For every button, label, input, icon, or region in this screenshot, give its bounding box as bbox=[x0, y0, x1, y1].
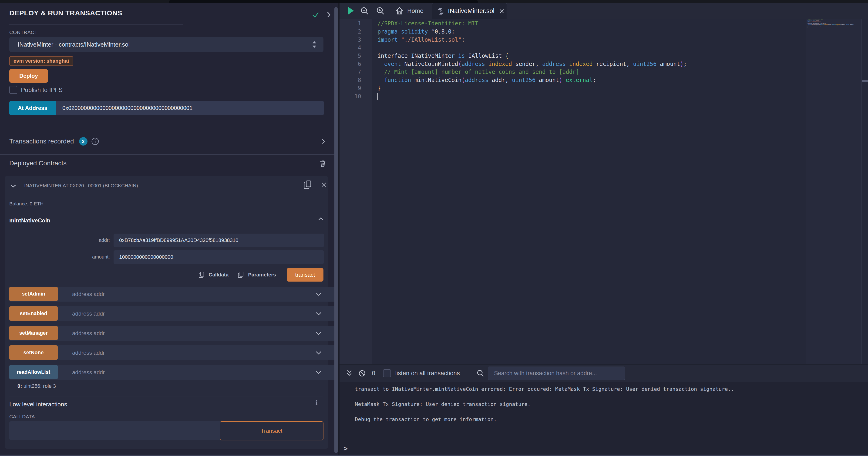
deploy-button[interactable]: Deploy bbox=[9, 69, 48, 83]
function-setEnabled-expand-chevron-icon[interactable] bbox=[315, 310, 322, 317]
line-number: 3 bbox=[340, 36, 367, 43]
contract-select[interactable]: INativeMinter - contracts/INativeMinter.… bbox=[9, 37, 323, 52]
function-setAdmin-button[interactable]: setAdmin bbox=[9, 287, 58, 301]
code-line-2[interactable]: 2pragma solidity ^0.8.0; bbox=[340, 28, 687, 36]
function-setNone-args-input[interactable] bbox=[9, 345, 378, 360]
code-text: pragma solidity ^0.8.0; bbox=[367, 28, 455, 35]
terminal-toolbar: 0 listen on all transactions bbox=[340, 364, 868, 382]
addr-field-label: addr: bbox=[63, 237, 110, 243]
tab-home[interactable]: Home bbox=[395, 6, 423, 15]
instance-balance: Balance: 0 ETH bbox=[9, 201, 43, 206]
clear-instances-trash-icon[interactable] bbox=[319, 160, 326, 167]
terminal-prompt[interactable]: > bbox=[343, 444, 348, 453]
text-cursor bbox=[377, 93, 378, 100]
contract-select-value: INativeMinter - contracts/INativeMinter.… bbox=[9, 41, 311, 48]
line-number: 10 bbox=[340, 93, 367, 100]
line-number: 7 bbox=[340, 69, 367, 75]
transact-button[interactable]: transact bbox=[287, 268, 323, 282]
function-setAdmin-expand-chevron-icon[interactable] bbox=[315, 291, 322, 297]
transactions-info-icon[interactable] bbox=[91, 137, 99, 145]
editor-tab-bar: Home INativeMinter.sol bbox=[340, 3, 868, 19]
listen-transactions-checkbox[interactable] bbox=[383, 369, 391, 377]
panel-title: DEPLOY & RUN TRANSACTIONS bbox=[9, 9, 122, 17]
low-level-title: Low level interactions bbox=[9, 401, 67, 408]
code-text: } bbox=[367, 85, 381, 91]
overview-ruler[interactable] bbox=[861, 19, 868, 364]
deploy-run-panel: DEPLOY & RUN TRANSACTIONS CONTRACT INati… bbox=[0, 3, 340, 456]
home-house-icon bbox=[395, 6, 404, 15]
expand-terminal-double-chevron-icon[interactable] bbox=[346, 369, 353, 377]
listen-transactions-label: listen on all transactions bbox=[395, 370, 460, 377]
code-line-4[interactable]: 4 bbox=[340, 44, 687, 52]
function-setEnabled-button[interactable]: setEnabled bbox=[9, 306, 58, 321]
pin-panel-chevron-right-icon[interactable] bbox=[325, 11, 332, 19]
output-value: uint256: role 3 bbox=[22, 383, 56, 389]
code-line-6[interactable]: 6 event NativeCoinMinted(address indexed… bbox=[340, 60, 687, 68]
function-setManager-expand-chevron-icon[interactable] bbox=[315, 330, 322, 337]
line-number: 8 bbox=[340, 77, 367, 83]
function-row-readAllowList: readAllowList bbox=[9, 365, 323, 379]
parameters-action-label[interactable]: Parameters bbox=[248, 272, 276, 278]
line-number: 1 bbox=[340, 20, 367, 27]
function-setManager-args-input[interactable] bbox=[9, 326, 378, 341]
function-action-row: Calldata Parameters transact bbox=[198, 268, 323, 282]
remove-instance-close-icon[interactable] bbox=[321, 181, 327, 188]
copy-address-icon[interactable] bbox=[304, 180, 312, 189]
terminal-log-0[interactable]: transact to INativeMinter.mintNativeCoin… bbox=[355, 386, 734, 392]
code-line-5[interactable]: 5interface INativeMinter is IAllowList { bbox=[340, 52, 687, 60]
terminal-log-1[interactable]: MetaMask Tx Signature: User denied trans… bbox=[355, 401, 734, 407]
function-setManager-button[interactable]: setManager bbox=[9, 326, 58, 340]
function-readAllowList-args-input[interactable] bbox=[9, 365, 378, 380]
line-number: 2 bbox=[340, 28, 367, 35]
function-row-setEnabled: setEnabled bbox=[9, 306, 323, 321]
clear-console-ban-icon[interactable] bbox=[359, 370, 366, 377]
calldata-copy-icon[interactable] bbox=[198, 271, 205, 278]
code-line-8[interactable]: 8 function mintNativeCoin(address addr, … bbox=[340, 76, 687, 84]
function-setNone-button[interactable]: setNone bbox=[9, 345, 58, 360]
tab-close-icon[interactable] bbox=[499, 8, 505, 14]
code-line-7[interactable]: 7 // Mint [amount] number of native coin… bbox=[340, 68, 687, 76]
code-line-9[interactable]: 9} bbox=[340, 84, 687, 92]
low-level-info-icon[interactable]: i bbox=[315, 398, 317, 406]
low-level-transact-button[interactable]: Transact bbox=[220, 421, 323, 440]
amount-field-input[interactable] bbox=[114, 250, 324, 264]
terminal: 0 listen on all transactions transact to… bbox=[340, 364, 868, 456]
remix-ide-app: DEPLOY & RUN TRANSACTIONS CONTRACT INati… bbox=[0, 0, 868, 456]
instance-collapse-chevron-icon[interactable] bbox=[10, 182, 17, 189]
run-script-play-icon[interactable] bbox=[347, 6, 354, 16]
left-panel-scrollbar[interactable] bbox=[334, 7, 338, 453]
line-number: 4 bbox=[340, 45, 367, 51]
at-address-input[interactable] bbox=[56, 101, 324, 115]
function-row-setAdmin: setAdmin bbox=[9, 287, 323, 301]
function-readAllowList-expand-chevron-icon[interactable] bbox=[315, 369, 322, 376]
terminal-search-input[interactable] bbox=[488, 367, 625, 380]
tab-inativeminter[interactable]: INativeMinter.sol bbox=[432, 3, 507, 19]
function-setNone-expand-chevron-icon[interactable] bbox=[315, 349, 322, 356]
panel-editor-divider[interactable] bbox=[338, 3, 340, 456]
code-text: import "./IAllowList.sol"; bbox=[367, 36, 465, 43]
transactions-recorded-section[interactable]: Transactions recorded 2 bbox=[0, 128, 339, 155]
code-line-1[interactable]: 1//SPDX-License-Identifier: MIT bbox=[340, 20, 687, 28]
calldata-action-label[interactable]: Calldata bbox=[209, 272, 229, 278]
zoom-out-icon[interactable] bbox=[360, 6, 369, 16]
addr-field-input[interactable] bbox=[114, 234, 324, 247]
terminal-log-2[interactable]: Debug the transaction to get more inform… bbox=[355, 417, 734, 422]
function-setAdmin-args-input[interactable] bbox=[9, 287, 378, 302]
at-address-button[interactable]: At Address bbox=[9, 101, 56, 115]
code-text: //SPDX-License-Identifier: MIT bbox=[367, 20, 478, 27]
publish-ipfs-label: Publish to IPFS bbox=[21, 86, 63, 94]
function-setEnabled-args-input[interactable] bbox=[9, 306, 378, 321]
function-readAllowList-button[interactable]: readAllowList bbox=[9, 365, 58, 379]
minimap[interactable]: //SPDX-License-Identifier: MITpragma sol… bbox=[806, 19, 861, 364]
publish-ipfs-checkbox[interactable] bbox=[9, 86, 17, 94]
transactions-chevron-right-icon[interactable] bbox=[320, 138, 327, 145]
code-line-10[interactable]: 10 bbox=[340, 92, 687, 101]
terminal-logs[interactable]: transact to INativeMinter.mintNativeCoin… bbox=[355, 386, 734, 431]
line-number: 5 bbox=[340, 53, 367, 59]
code-lines[interactable]: 1//SPDX-License-Identifier: MIT2pragma s… bbox=[340, 20, 687, 101]
function-collapse-chevron-up-icon[interactable] bbox=[317, 216, 324, 222]
zoom-in-icon[interactable] bbox=[376, 6, 385, 16]
parameters-copy-icon[interactable] bbox=[238, 271, 244, 278]
calldata-input[interactable] bbox=[9, 421, 220, 440]
code-line-3[interactable]: 3import "./IAllowList.sol"; bbox=[340, 36, 687, 44]
